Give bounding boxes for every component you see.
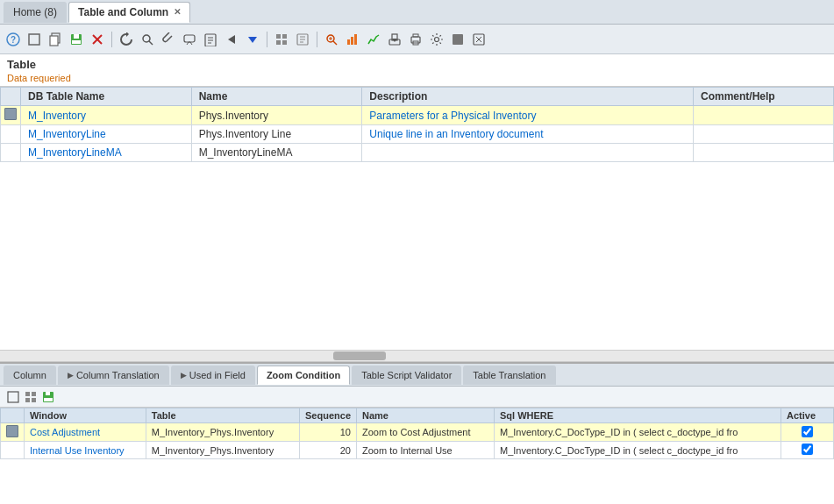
window-link[interactable]: Internal Use Inventory xyxy=(30,445,125,456)
sub-tab-table-script-validator[interactable]: Table Script Validator xyxy=(352,366,461,385)
refresh-button[interactable] xyxy=(117,30,136,49)
sub-tab-used-in-field-label: Used in Field xyxy=(189,370,246,380)
print-button[interactable] xyxy=(406,30,425,49)
grid-view-button[interactable] xyxy=(23,389,39,405)
bottom-panel: Column ▶ Column Translation ▶ Used in Fi… xyxy=(0,364,834,504)
arrow-icon-used-field: ▶ xyxy=(181,371,187,380)
row-comment-help xyxy=(693,125,833,144)
new-button[interactable] xyxy=(25,30,44,49)
table-row[interactable]: M_InventoryLinePhys.Inventory LineUnique… xyxy=(1,125,834,144)
col-db-table-name: DB Table Name xyxy=(21,88,192,106)
bcol-icon xyxy=(1,408,25,423)
bottom-row-active[interactable] xyxy=(781,442,834,459)
db-table-link[interactable]: M_InventoryLineMA xyxy=(28,146,122,159)
zoom-button[interactable] xyxy=(322,30,341,49)
bottom-row-sql-where: M_Inventory.C_DocType_ID in ( select c_d… xyxy=(495,442,781,459)
h-scroll-thumb[interactable] xyxy=(333,351,386,360)
bottom-row-name: Zoom to Cost Adjustment xyxy=(357,423,495,442)
collapse-button[interactable] xyxy=(469,30,488,49)
bottom-table-row[interactable]: Cost AdjustmentM_Inventory_Phys.Inventor… xyxy=(1,423,834,442)
db-table-link[interactable]: M_Inventory xyxy=(28,110,86,122)
sub-tab-bar: Column ▶ Column Translation ▶ Used in Fi… xyxy=(0,364,834,387)
prev-button[interactable] xyxy=(222,30,241,49)
sub-tab-column[interactable]: Column xyxy=(4,366,56,385)
new-row-button[interactable] xyxy=(5,389,21,405)
row-db-table-name[interactable]: M_InventoryLine xyxy=(21,125,192,144)
horizontal-scrollbar[interactable] xyxy=(0,350,834,362)
row-comment-help xyxy=(693,106,833,125)
active-checkbox[interactable] xyxy=(802,444,813,455)
form-button[interactable] xyxy=(293,30,312,49)
window-link[interactable]: Cost Adjustment xyxy=(30,427,100,437)
svg-marker-17 xyxy=(228,35,235,44)
sub-tab-table-translation[interactable]: Table Translation xyxy=(463,366,555,385)
find-button[interactable] xyxy=(138,30,157,49)
svg-rect-45 xyxy=(32,392,36,396)
svg-rect-41 xyxy=(453,34,463,45)
row-icon-cell xyxy=(1,125,21,144)
save-button[interactable] xyxy=(67,30,86,49)
row-icon-img xyxy=(4,108,17,120)
bottom-row-icon-cell xyxy=(1,442,25,459)
bcol-active: Active xyxy=(781,408,834,423)
svg-rect-7 xyxy=(72,40,81,44)
svg-rect-44 xyxy=(25,392,30,396)
svg-text:?: ? xyxy=(11,35,16,45)
svg-rect-46 xyxy=(25,398,30,402)
table-data-grid[interactable]: DB Table Name Name Description Comment/H… xyxy=(0,86,834,350)
bcol-table: Table xyxy=(146,408,299,423)
row-icon-cell xyxy=(1,106,21,125)
bottom-row-table: M_Inventory_Phys.Inventory xyxy=(146,442,299,459)
svg-rect-12 xyxy=(184,35,195,42)
history-button[interactable] xyxy=(201,30,220,49)
bottom-row-window[interactable]: Internal Use Inventory xyxy=(25,442,146,459)
sub-tab-column-label: Column xyxy=(13,370,46,380)
grid-button[interactable] xyxy=(272,30,291,49)
chart-button[interactable] xyxy=(364,30,383,49)
sub-tab-zoom-condition[interactable]: Zoom Condition xyxy=(257,366,350,385)
chat-button[interactable] xyxy=(180,30,199,49)
bottom-row-active[interactable] xyxy=(781,423,834,442)
bottom-row-name: Zoom to Internal Use xyxy=(357,442,495,459)
col-comment-help: Comment/Help xyxy=(693,88,833,106)
row-comment-help xyxy=(693,144,833,162)
bottom-table-row[interactable]: Internal Use InventoryM_Inventory_Phys.I… xyxy=(1,442,834,459)
svg-rect-31 xyxy=(347,39,350,45)
bottom-row-sequence: 10 xyxy=(300,423,357,442)
save-row-button[interactable] xyxy=(40,389,56,405)
row-db-table-name[interactable]: M_Inventory xyxy=(21,106,192,125)
bottom-row-window[interactable]: Cost Adjustment xyxy=(25,423,146,442)
sub-tab-used-in-field[interactable]: ▶ Used in Field xyxy=(171,366,255,385)
row-db-table-name[interactable]: M_InventoryLineMA xyxy=(21,144,192,162)
copy-button[interactable] xyxy=(46,30,65,49)
next-button[interactable] xyxy=(243,30,262,49)
main-table: DB Table Name Name Description Comment/H… xyxy=(0,87,834,162)
attach-button[interactable] xyxy=(159,30,178,49)
bcol-sequence: Sequence xyxy=(300,408,357,423)
expand-button[interactable] xyxy=(448,30,467,49)
bottom-row-icon-img xyxy=(6,425,18,437)
export-button[interactable] xyxy=(385,30,404,49)
delete-button[interactable] xyxy=(88,30,107,49)
tab-table-and-column-label: Table and Column xyxy=(78,6,168,18)
tab-home-label: Home (8) xyxy=(13,6,57,18)
tab-home[interactable]: Home (8) xyxy=(4,2,67,23)
row-name: Phys.Inventory xyxy=(191,106,362,125)
active-checkbox[interactable] xyxy=(802,426,813,437)
sub-tab-zoom-condition-label: Zoom Condition xyxy=(267,370,340,380)
sub-tab-column-translation[interactable]: ▶ Column Translation xyxy=(58,366,169,385)
bcol-name: Name xyxy=(357,408,495,423)
table-row[interactable]: M_InventoryPhys.InventoryParameters for … xyxy=(1,106,834,125)
bottom-data-grid[interactable]: Window Table Sequence Name Sql WHERE Act… xyxy=(0,408,834,504)
db-table-link[interactable]: M_InventoryLine xyxy=(28,128,106,140)
close-tab-icon[interactable]: ✕ xyxy=(174,7,181,17)
table-row[interactable]: M_InventoryLineMAM_InventoryLineMA xyxy=(1,144,834,162)
settings-button[interactable] xyxy=(427,30,446,49)
svg-line-28 xyxy=(333,41,337,45)
report-button[interactable] xyxy=(343,30,362,49)
row-description: Unique line in an Inventory document xyxy=(362,125,694,144)
tab-table-and-column[interactable]: Table and Column ✕ xyxy=(68,2,190,23)
svg-rect-33 xyxy=(354,34,357,45)
row-name: M_InventoryLineMA xyxy=(191,144,362,162)
help-button[interactable]: ? xyxy=(4,30,23,49)
